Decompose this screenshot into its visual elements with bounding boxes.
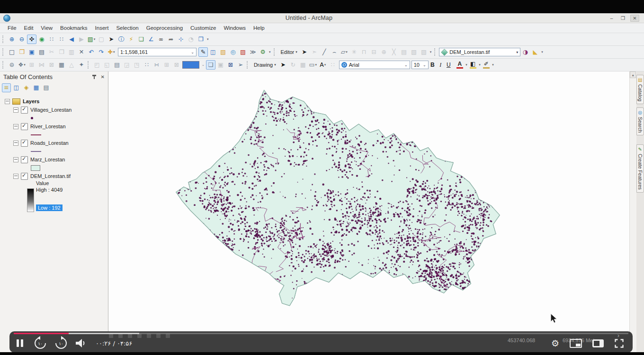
html-popup-tool[interactable]: ❏ [136,35,146,44]
create-features-window-button[interactable]: ▨ [419,47,429,57]
reshape-tool[interactable]: ⊓ [359,47,369,57]
delete-button[interactable]: ✕ [77,47,86,57]
expander-icon[interactable] [13,141,18,146]
minimize-button[interactable]: – [608,15,616,21]
toolbar-grip[interactable] [274,48,277,56]
measure-tool[interactable]: ∠ [146,35,156,44]
viewer-window-tool[interactable]: ❐ [196,35,206,44]
toolbar-overflow-icon[interactable]: ▾ [541,50,543,54]
rotate-element-button[interactable]: ↻ [288,60,298,70]
font-combobox[interactable]: O Arial ⌄ [339,61,410,69]
polygon-symbol[interactable] [31,165,40,171]
forward-10-button[interactable]: ۱۰ [54,336,68,350]
expander-icon[interactable] [13,157,18,162]
theater-mode-icon[interactable] [592,339,604,347]
arrow-tool-icon[interactable]: ➢ [236,60,245,70]
layer-visibility-checkbox[interactable] [21,123,28,130]
georeferencing-icon[interactable]: ⊜ [7,60,17,70]
grid-tool-icon[interactable]: ⊞ [27,60,36,70]
new-map-button[interactable]: □ [7,47,17,57]
find-tool[interactable]: ∞ [156,35,166,44]
restore-button[interactable]: ❐ [619,15,627,21]
toolbar-grip[interactable] [434,48,437,56]
straight-segment-tool[interactable]: ╱ [320,47,329,57]
effects-contrast-button[interactable]: ◑ [520,47,530,57]
edit-tool[interactable]: ➤ [300,47,309,57]
close-button[interactable]: ✕ [630,15,639,22]
menu-item[interactable]: Geoprocessing [143,24,187,32]
expander-icon[interactable] [13,124,18,129]
fullscreen-icon[interactable] [614,338,624,348]
arc-segment-tool[interactable]: ⌢ [330,47,339,57]
map-view[interactable] [108,71,629,352]
attributes-window-button[interactable]: ▤ [399,47,409,57]
layer-visibility-checkbox[interactable] [21,106,28,114]
color-swatch[interactable] [182,61,199,69]
clip-tool-icon[interactable]: ⊠ [47,60,56,70]
scale-combobox[interactable]: 1:1,598,161 ⌄ [118,48,197,56]
fixed-zoom-out-tool[interactable]: ∷ [57,35,66,44]
open-map-button[interactable]: ❒ [17,47,27,57]
tab-search[interactable]: ◎ Search [636,107,644,135]
lock-tool-icon[interactable]: ⊠ [226,60,235,70]
toc-close-icon[interactable]: ✕ [101,74,105,80]
time-slider-tool[interactable]: ◔ [186,35,196,44]
snap-corner-icon[interactable]: ◰ [92,60,102,70]
editor-toolbar-toggle[interactable]: ✎ [198,47,208,57]
toolbar-overflow-icon[interactable]: ▾ [207,37,209,41]
find-route-tool[interactable]: ➦ [166,35,176,44]
miniplayer-icon[interactable] [570,339,582,348]
line-symbol[interactable] [31,134,41,135]
toolbar-grip[interactable] [88,61,90,69]
fixed-zoom-in-tool[interactable]: ∷ [47,35,56,44]
list-by-selection-button[interactable]: ▦ [32,83,41,92]
cut-polygons-tool[interactable]: ⊟ [369,47,379,57]
hyperlink-tool[interactable]: ⚡ [126,35,136,44]
sketch-properties-button[interactable]: ▧ [409,47,419,57]
layer-name[interactable]: DEM_Lorestan.tif [30,173,71,179]
remove-grid-icon[interactable]: ⊠ [172,60,181,70]
text-tool-button[interactable]: A [318,60,328,70]
list-by-visibility-button[interactable]: ◈ [22,83,31,92]
menu-item[interactable]: Bookmarks [56,24,91,32]
legend-low-label[interactable]: Low : 192 [36,204,63,211]
volume-button[interactable] [75,338,87,348]
zoom-in-tool[interactable]: ⊕ [7,35,17,44]
next-extent-tool[interactable]: ▶ [77,35,86,44]
join-tool-icon[interactable]: ⋈ [37,60,46,70]
menu-item[interactable]: Selection [112,24,142,32]
rectangle-tool-button[interactable]: ▭ [308,60,318,70]
full-extent-tool[interactable]: ◉ [37,35,46,44]
feature-template-tool[interactable]: ▱ [340,47,349,57]
bold-button[interactable]: B [429,61,437,69]
menu-item[interactable]: Insert [91,24,113,32]
menu-item[interactable]: View [37,24,56,32]
add-data-button[interactable]: ✚ [107,47,116,57]
edit-annotation-tool[interactable]: ➣ [310,47,319,57]
dot-grid-icon[interactable]: ∷ [142,60,152,70]
arctoolbox-window-button[interactable]: ▨ [238,47,248,57]
copy-button[interactable]: ❐ [57,47,66,57]
menu-item[interactable]: Edit [20,24,37,32]
tab-create-features[interactable]: ✎ Create Features [636,144,644,193]
toolbar-grip[interactable] [247,61,250,69]
effects-swipe-button[interactable]: ◣ [530,47,540,57]
pan-tool[interactable]: ✜ [27,35,36,44]
edit-vertices-button[interactable]: ∷ [328,60,338,70]
vertical-scrollbar[interactable]: ▲ [629,71,636,352]
search-window-button[interactable]: ◎ [228,47,238,57]
list-by-source-button[interactable]: ◫ [12,83,21,92]
catalog-window-button[interactable]: ▧ [218,47,228,57]
expander-icon[interactable] [13,174,18,179]
fill-color-button[interactable]: ◧ [469,61,477,69]
line-symbol[interactable] [31,151,41,152]
underline-button[interactable]: U [445,61,453,69]
expander-icon[interactable] [5,99,10,104]
paste-button[interactable]: ▥ [67,47,76,57]
layer-stack-icon[interactable]: ❖ [17,60,27,70]
layer-name[interactable]: Roads_Lorestan [30,140,69,146]
layer-name[interactable]: Villages_Lorestan [30,107,72,113]
toc-options-button[interactable]: ▤ [42,83,51,92]
line-color-button[interactable]: ✐ [482,61,491,69]
pin-icon[interactable] [92,74,97,80]
